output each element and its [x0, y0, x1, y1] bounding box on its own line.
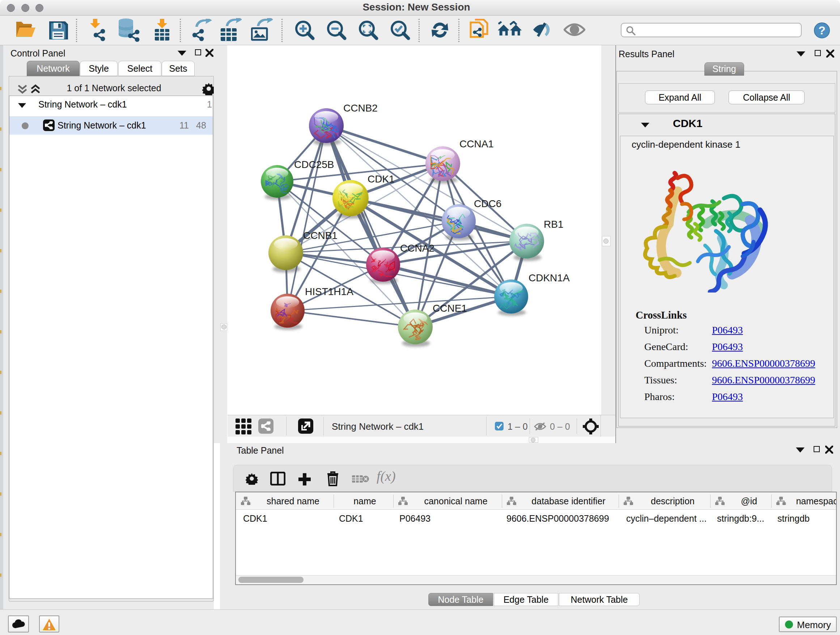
svg-text:CCNB1: CCNB1 — [303, 230, 338, 241]
svg-text:CDC6: CDC6 — [474, 198, 501, 209]
svg-text:CCNA2: CCNA2 — [400, 242, 434, 254]
svg-text:CDK1: CDK1 — [368, 173, 395, 185]
svg-text:CCNA1: CCNA1 — [459, 138, 494, 149]
svg-text:CDC25B: CDC25B — [294, 159, 334, 170]
svg-text:HIST1H1A: HIST1H1A — [305, 286, 354, 297]
svg-text:CCNB2: CCNB2 — [343, 103, 378, 114]
svg-text:CDKN1A: CDKN1A — [529, 272, 570, 283]
svg-text:CCNE1: CCNE1 — [433, 302, 467, 314]
svg-text:RB1: RB1 — [544, 219, 563, 230]
